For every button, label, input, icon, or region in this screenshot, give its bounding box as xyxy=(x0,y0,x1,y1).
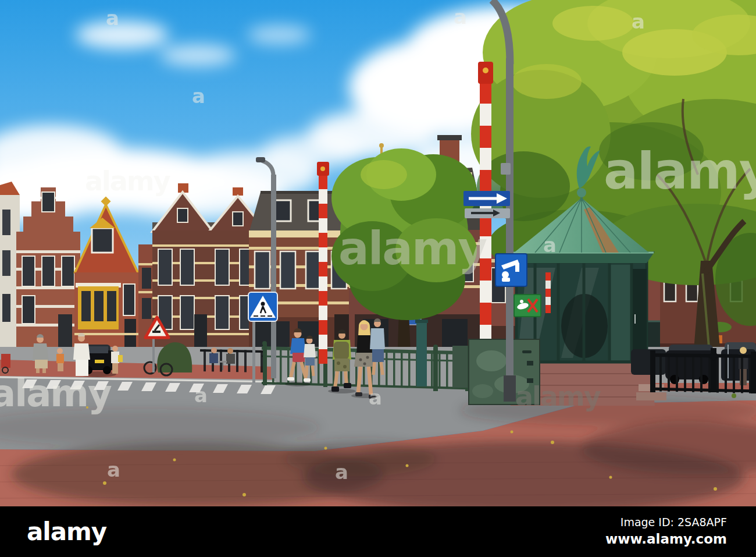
kiosk-finial-ball xyxy=(577,188,586,197)
iron-fence-right xyxy=(650,348,756,393)
license-plate xyxy=(95,360,104,363)
kiosk-glass-reflection-stripes xyxy=(545,272,551,313)
alamy-url-text: www.alamy.com xyxy=(605,530,727,548)
bridge-pillar-teal xyxy=(416,321,427,386)
street-scene-illustration xyxy=(0,0,756,506)
alamy-stock-photo-page: alamy alamy alamy alamy alamy a a a a a … xyxy=(0,0,756,557)
bridge-control-sign xyxy=(495,254,527,286)
no-mooring-sign xyxy=(514,295,541,317)
image-id-text: Image ID: 2SA8APF xyxy=(605,515,727,530)
footer-info: Image ID: 2SA8APF www.alamy.com xyxy=(605,515,756,548)
street-scene-photo: alamy alamy alamy alamy alamy a a a a a … xyxy=(0,0,756,506)
alamy-footer-bar: alamy Image ID: 2SA8APF www.alamy.com xyxy=(0,506,756,557)
stroller xyxy=(1,354,10,368)
barrier-mast-small xyxy=(317,162,329,364)
alamy-logo: alamy xyxy=(0,520,106,544)
direction-signs xyxy=(463,191,510,218)
